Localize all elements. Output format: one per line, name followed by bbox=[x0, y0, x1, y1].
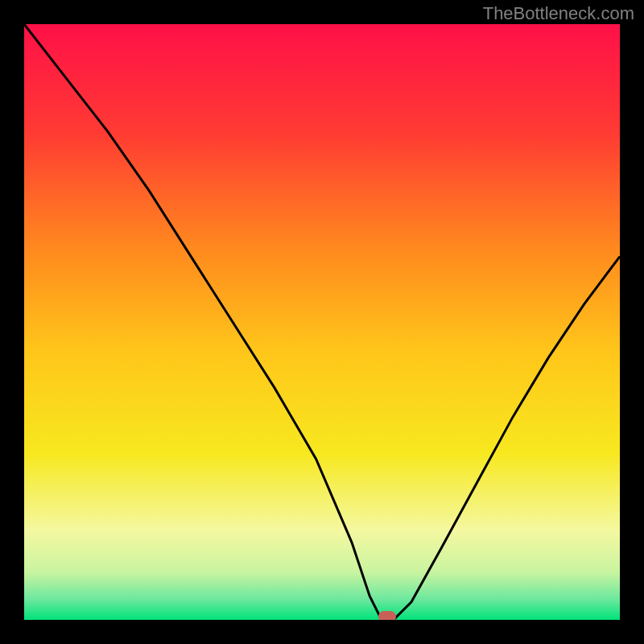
plot-area bbox=[24, 24, 620, 620]
optimal-marker bbox=[378, 611, 396, 620]
curve-line bbox=[24, 24, 620, 620]
watermark-text: TheBottleneck.com bbox=[483, 3, 634, 24]
chart-container: TheBottleneck.com bbox=[0, 0, 644, 644]
